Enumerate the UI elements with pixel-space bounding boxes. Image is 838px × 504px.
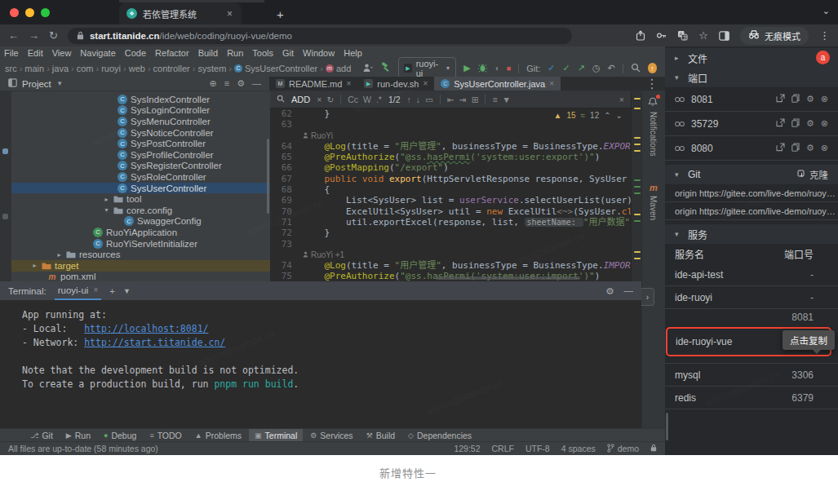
structure-tool-icon[interactable] — [2, 214, 8, 219]
bookmark-star-icon[interactable]: ☆ — [698, 29, 708, 42]
terminal-link[interactable]: http://start.titanide.cn/ — [84, 337, 225, 348]
breadcrumb-segment[interactable]: CSysUserController — [234, 64, 317, 73]
breadcrumb-segment[interactable]: com — [77, 64, 94, 73]
tree-item-sysmenucontroller[interactable]: CSysMenuController — [11, 116, 270, 127]
toolwindow-debug[interactable]: ●Debug — [98, 429, 142, 442]
breadcrumb-segment[interactable]: main — [24, 64, 44, 73]
git-commit-icon[interactable]: ✓ — [563, 63, 570, 73]
copy-icon[interactable] — [791, 143, 800, 153]
ports-section-header[interactable]: ▾ 端口 — [665, 68, 838, 87]
tree-item-sysusercontroller[interactable]: CSysUserController — [11, 183, 270, 194]
tree-item-resources[interactable]: ▸resources — [11, 249, 270, 260]
service-row-redis[interactable]: redis6379 — [665, 387, 838, 409]
search-filter-pin2-icon[interactable]: ⇥ — [459, 95, 467, 104]
pane-settings-gear-icon[interactable]: ⚙ — [237, 78, 245, 89]
search-options-icon[interactable]: ≡ — [492, 95, 497, 104]
search-clear-icon[interactable]: × — [317, 95, 321, 104]
hide-pane-icon[interactable]: — — [252, 78, 261, 89]
coverage-button[interactable]: ◖ — [494, 64, 499, 73]
back-icon[interactable]: ← — [8, 29, 19, 42]
translate-icon[interactable]: A文 — [677, 30, 688, 41]
new-tab-button[interactable]: + — [272, 7, 289, 24]
toolwindow-git[interactable]: ⎇Git — [24, 429, 59, 442]
editor-tab-close-icon[interactable]: × — [549, 79, 554, 88]
update-notification-icon[interactable]: ↑ — [648, 63, 658, 73]
terminal-tab[interactable]: ruoyi-ui × — [55, 281, 102, 300]
editor-tab[interactable]: ▶run-dev.sh× — [357, 77, 434, 91]
editor-tab-close-icon[interactable]: × — [423, 79, 428, 88]
minimize-window-icon[interactable] — [25, 8, 34, 17]
terminal-settings-gear-icon[interactable]: ⚙ — [605, 285, 614, 297]
line-ending[interactable]: CRLF — [492, 444, 514, 453]
next-match-icon[interactable]: ↓ — [416, 95, 420, 104]
terminal-minimize-icon[interactable]: — — [624, 285, 634, 297]
zoom-window-icon[interactable] — [41, 8, 50, 17]
code-area[interactable]: ▲15 ≈12 ⌃⌄ 62 }63RuoYi64 @Log(title = "用… — [270, 108, 631, 281]
menu-item-tools[interactable]: Tools — [252, 48, 273, 58]
collapse-all-icon[interactable]: ≡ — [224, 78, 229, 89]
menu-item-window[interactable]: Window — [303, 48, 335, 58]
menu-item-file[interactable]: File — [4, 48, 19, 58]
menu-item-help[interactable]: Help — [344, 48, 362, 58]
services-section-header[interactable]: ▾ 服务 — [665, 224, 838, 244]
copy-icon[interactable] — [791, 94, 800, 104]
breadcrumb-segment[interactable]: src — [5, 64, 17, 73]
tree-item-syslogincontroller[interactable]: CSysLoginController — [11, 105, 270, 117]
git-section-header[interactable]: ▾ Git 克隆 — [665, 165, 838, 184]
search-input[interactable]: ADD — [291, 95, 310, 104]
editor-hscrollbar[interactable] — [436, 276, 580, 280]
macos-window-controls[interactable] — [10, 8, 50, 17]
menu-item-run[interactable]: Run — [227, 48, 243, 58]
search-toggle-Cc[interactable]: Cc — [348, 95, 358, 104]
files-section-header[interactable]: ▸ 文件 a — [665, 48, 838, 68]
toolwindow-services[interactable]: ⚙Services — [304, 429, 358, 442]
chevron-right-icon[interactable]: ▸ — [31, 262, 38, 269]
service-row-ide-ruoyi[interactable]: ide-ruoyi- — [665, 286, 838, 309]
forward-icon[interactable]: → — [29, 29, 39, 42]
copy-icon[interactable] — [791, 118, 800, 129]
breadcrumb-segment[interactable]: madd — [326, 64, 351, 73]
tree-item-core.config[interactable]: ▾core.config — [11, 205, 270, 216]
history-clock-icon[interactable]: ◷ — [592, 63, 601, 73]
tree-item-tool[interactable]: ▸tool — [11, 193, 270, 205]
run-button[interactable]: ▶ — [463, 63, 470, 73]
tab-list-chevron-icon[interactable]: ⌄ — [822, 6, 830, 16]
git-remote-row[interactable]: origin https://gitee.com/live-demo/ruoy… — [665, 202, 838, 220]
tree-item-ruoyiservletinitializer[interactable]: CRuoYiServletInitializer — [11, 238, 270, 250]
menu-item-refactor[interactable]: Refactor — [155, 48, 189, 58]
close-circle-icon[interactable]: ⊗ — [821, 94, 828, 104]
prev-match-icon[interactable]: ↑ — [407, 95, 411, 104]
menu-item-build[interactable]: Build — [198, 48, 218, 58]
toolwindow-dependencies[interactable]: ◇Dependencies — [402, 429, 477, 442]
new-terminal-icon[interactable]: + — [109, 286, 115, 296]
inspections-widget[interactable]: ▲15 ≈12 ⌃⌄ — [554, 111, 623, 120]
breadcrumb-segment[interactable]: web — [129, 64, 145, 73]
toolwindow-run[interactable]: ▶Run — [60, 429, 96, 442]
service-row-ide-api-test[interactable]: ide-api-test- — [665, 263, 838, 286]
git-push-icon[interactable]: ↗ — [578, 63, 585, 73]
open-external-icon[interactable] — [776, 94, 785, 104]
indent-setting[interactable]: 4 spaces — [561, 444, 596, 453]
tree-item-sysprofilecontroller[interactable]: CSysProfileController — [11, 149, 270, 161]
address-bar[interactable]: start.titanide.cn/ide/web/coding/ruoyi-v… — [68, 28, 572, 44]
stop-button[interactable]: ■ — [507, 64, 511, 73]
toolwindow-build[interactable]: ⚒Build — [361, 429, 401, 442]
breadcrumb-segment[interactable]: system — [197, 64, 226, 73]
menu-item-git[interactable]: Git — [282, 48, 294, 58]
locate-file-icon[interactable]: ⊕ — [209, 78, 216, 89]
tree-item-swaggerconfig[interactable]: CSwaggerConfig — [11, 216, 270, 228]
gear-icon[interactable]: ⚙ — [806, 143, 814, 153]
menu-item-edit[interactable]: Edit — [28, 48, 43, 58]
menu-item-code[interactable]: Code — [125, 48, 146, 58]
git-update-icon[interactable]: ✓ — [548, 63, 555, 73]
gear-icon[interactable]: ⚙ — [806, 94, 814, 104]
open-external-icon[interactable] — [776, 143, 785, 153]
editor-more-kebab-icon[interactable]: ⋮ — [645, 77, 665, 91]
close-window-icon[interactable] — [10, 8, 19, 17]
open-external-icon[interactable] — [776, 118, 785, 129]
user-account-icon[interactable] — [362, 63, 373, 74]
editor-tab[interactable]: MREADME.md× — [269, 77, 357, 91]
toolwindow-problems[interactable]: ▲Problems — [189, 429, 247, 442]
terminal-output[interactable]: App running at:- Local: http://localhost… — [0, 300, 641, 391]
breadcrumb-segment[interactable]: controller — [153, 64, 190, 73]
